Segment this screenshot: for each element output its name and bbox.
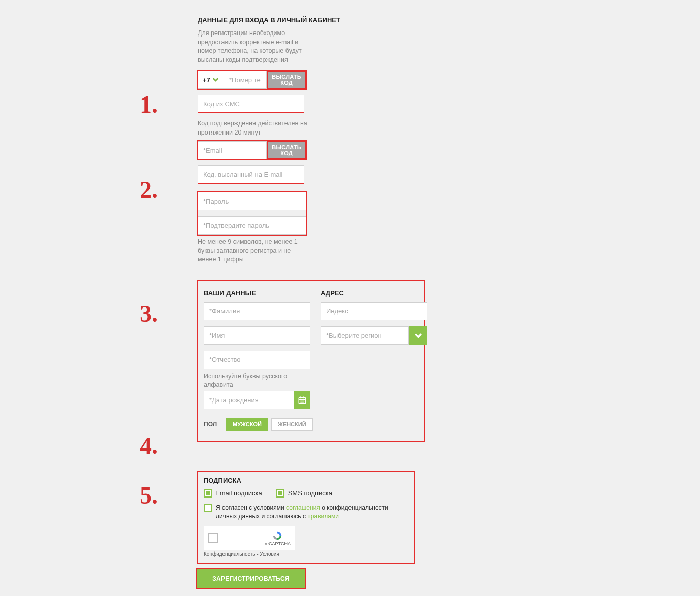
divider	[189, 461, 681, 461]
address-heading: АДРЕС	[321, 289, 427, 297]
agree-terms-checkbox[interactable]	[204, 504, 212, 512]
region-select[interactable]	[321, 326, 409, 345]
password-block	[198, 192, 306, 235]
recaptcha-label: reCAPTCHA	[265, 541, 291, 546]
password-hint: Не менее 9 символов, не менее 1 буквы за…	[198, 238, 309, 264]
email-row: ВЫСЛАТЬ КОД	[198, 141, 306, 159]
phone-prefix-text: +7	[203, 76, 210, 84]
subscription-heading: ПОДПИСКА	[204, 477, 409, 484]
recaptcha-terms: Конфиденциальность - Условия	[204, 551, 409, 557]
code-valid-hint: Код подтверждения действителен на протяж…	[198, 119, 309, 137]
alphabet-hint: Используйте буквы русского алфавита	[204, 372, 310, 390]
phone-prefix[interactable]: +7	[198, 71, 224, 89]
chevron-down-icon	[414, 333, 422, 339]
patronymic-input[interactable]	[204, 351, 310, 369]
email-subscription-checkbox[interactable]	[204, 489, 212, 498]
dob-input[interactable]	[204, 391, 294, 409]
login-data-intro: Для регистрации необходимо предоставить …	[198, 29, 309, 64]
personal-data-section: ВАШИ ДАННЫЕ Используйте буквы русского а…	[197, 280, 425, 442]
sms-code-wrap	[198, 95, 304, 113]
email-subscription-label: Email подписка	[215, 489, 262, 497]
calendar-button[interactable]	[294, 391, 310, 409]
rules-link[interactable]: правилами	[307, 513, 339, 520]
phone-input[interactable]	[224, 71, 267, 89]
sms-subscription-checkbox[interactable]	[276, 489, 284, 498]
phone-row: +7 ВЫСЛАТЬ КОД	[198, 71, 306, 89]
gender-female-button[interactable]: ЖЕНСКИЙ	[271, 418, 313, 431]
gender-male-button[interactable]: МУЖСКОЙ	[226, 418, 268, 431]
subscription-section: ПОДПИСКА Email подписка SMS подписка Я с…	[197, 471, 415, 565]
sms-code-input[interactable]	[198, 95, 304, 113]
agreement-link[interactable]: соглашения	[286, 504, 320, 511]
surname-input[interactable]	[204, 302, 310, 320]
agree-terms-text: Я согласен с условиями соглашения о конф…	[216, 504, 409, 521]
calendar-icon	[298, 395, 307, 405]
region-dropdown-button[interactable]	[409, 326, 427, 345]
register-button[interactable]: ЗАРЕГИСТРИРОВАТЬСЯ	[197, 569, 305, 588]
step-number-4: 4.	[140, 432, 158, 459]
sms-subscription-label: SMS подписка	[288, 489, 332, 497]
email-input[interactable]	[198, 141, 267, 159]
recaptcha-checkbox[interactable]	[208, 533, 218, 543]
firstname-input[interactable]	[204, 326, 310, 345]
login-data-section: ДАННЫЕ ДЛЯ ВХОДА В ЛИЧНЫЙ КАБИНЕТ Для ре…	[197, 5, 674, 273]
register-button-wrap: ЗАРЕГИСТРИРОВАТЬСЯ	[197, 569, 305, 588]
email-code-input[interactable]	[198, 165, 304, 184]
step-number-2: 2.	[140, 176, 158, 204]
recaptcha-icon	[272, 530, 283, 541]
postcode-input[interactable]	[321, 302, 427, 320]
password-input[interactable]	[198, 192, 306, 210]
step-number-5: 5.	[140, 481, 158, 509]
send-code-email-button[interactable]: ВЫСЛАТЬ КОД	[267, 141, 306, 159]
send-code-phone-button[interactable]: ВЫСЛАТЬ КОД	[267, 71, 306, 89]
login-data-heading: ДАННЫЕ ДЛЯ ВХОДА В ЛИЧНЫЙ КАБИНЕТ	[198, 16, 667, 24]
your-data-heading: ВАШИ ДАННЫЕ	[204, 289, 310, 297]
step-number-1: 1.	[140, 90, 158, 118]
step-number-3: 3.	[140, 300, 158, 327]
password-confirm-input[interactable]	[198, 216, 306, 235]
recaptcha-widget[interactable]: reCAPTCHA	[204, 526, 295, 550]
email-code-wrap	[198, 165, 304, 184]
chevron-down-icon	[212, 77, 219, 82]
gender-label: ПОЛ	[204, 421, 217, 428]
